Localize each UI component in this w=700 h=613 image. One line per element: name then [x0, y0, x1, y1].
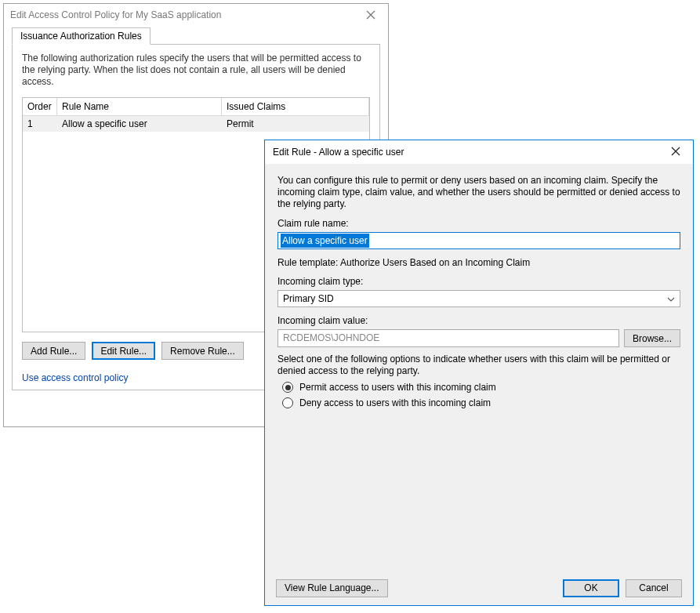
cell-issued-claims: Permit: [222, 116, 369, 132]
intro-text: You can configure this rule to permit or…: [277, 175, 680, 210]
radio-unselected-icon: [282, 397, 293, 408]
col-order[interactable]: Order: [23, 98, 57, 116]
col-issued-claims[interactable]: Issued Claims: [222, 98, 369, 116]
cell-rule-name: Allow a specific user: [57, 116, 222, 132]
col-rule-name[interactable]: Rule Name: [57, 98, 222, 116]
options-help-text: Select one of the following options to i…: [277, 354, 680, 377]
window-title: Edit Access Control Policy for My SaaS a…: [4, 9, 221, 20]
rule-template-text: Rule template: Authorize Users Based on …: [277, 257, 680, 268]
close-button[interactable]: [354, 4, 388, 26]
cell-order: 1: [23, 116, 57, 132]
claim-rule-name-value: Allow a specific user: [281, 234, 369, 248]
claim-rule-name-input[interactable]: Allow a specific user: [277, 232, 680, 249]
table-row[interactable]: 1 Allow a specific user Permit: [23, 116, 369, 132]
incoming-claim-type-select[interactable]: Primary SID: [277, 290, 680, 307]
edit-rule-dialog: Edit Rule - Allow a specific user You ca…: [264, 140, 694, 606]
incoming-claim-type-value: Primary SID: [283, 293, 334, 304]
incoming-claim-value-label: Incoming claim value:: [277, 315, 680, 326]
rules-description: The following authorization rules specif…: [22, 53, 370, 88]
permit-access-label: Permit access to users with this incomin…: [299, 382, 496, 393]
incoming-claim-value-input[interactable]: RCDEMOS\JOHNDOE: [277, 329, 619, 347]
remove-rule-button[interactable]: Remove Rule...: [161, 342, 244, 360]
close-button[interactable]: [658, 140, 693, 162]
use-access-control-policy-link[interactable]: Use access control policy: [22, 372, 128, 383]
titlebar[interactable]: Edit Rule - Allow a specific user: [265, 140, 693, 164]
incoming-claim-type-label: Incoming claim type:: [277, 276, 680, 287]
radio-selected-icon: [282, 382, 293, 393]
deny-access-radio[interactable]: Deny access to users with this incoming …: [277, 397, 680, 408]
cancel-button[interactable]: Cancel: [626, 579, 682, 597]
tab-issuance-authorization-rules[interactable]: Issuance Authorization Rules: [12, 27, 151, 45]
edit-rule-button[interactable]: Edit Rule...: [92, 342, 155, 360]
claim-rule-name-label: Claim rule name:: [277, 218, 680, 229]
chevron-down-icon: [667, 295, 675, 303]
browse-button[interactable]: Browse...: [624, 329, 680, 347]
titlebar[interactable]: Edit Access Control Policy for My SaaS a…: [4, 4, 388, 26]
dialog-body: You can configure this rule to permit or…: [265, 164, 693, 571]
deny-access-label: Deny access to users with this incoming …: [299, 397, 491, 408]
view-rule-language-button[interactable]: View Rule Language...: [276, 579, 388, 597]
ok-button[interactable]: OK: [563, 579, 619, 597]
table-header: Order Rule Name Issued Claims: [23, 98, 369, 116]
permit-access-radio[interactable]: Permit access to users with this incomin…: [277, 382, 680, 393]
window-title: Edit Rule - Allow a specific user: [265, 147, 404, 158]
add-rule-button[interactable]: Add Rule...: [22, 342, 85, 360]
dialog-footer: View Rule Language... OK Cancel: [265, 571, 693, 605]
